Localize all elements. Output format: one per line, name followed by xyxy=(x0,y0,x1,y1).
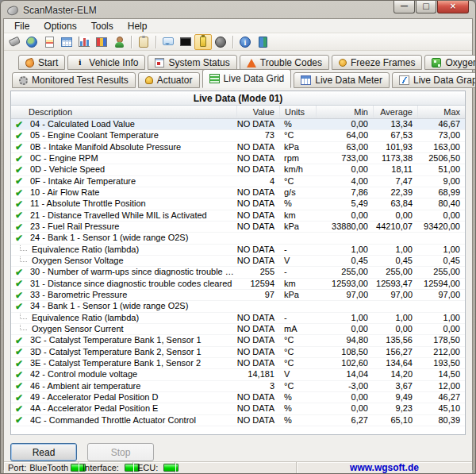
table-row[interactable]: Oxygen Sensor CurrentNO DATAmA0,000,000,… xyxy=(11,324,465,335)
close-button[interactable]: × xyxy=(437,1,469,13)
oxygen-sensors-icon xyxy=(432,58,441,67)
cell-desc: 10 - Air Flow Rate xyxy=(30,187,236,198)
cell-value: NO DATA xyxy=(236,222,279,232)
check-cell: ✔ xyxy=(11,392,30,403)
menu-file[interactable]: File xyxy=(7,19,36,33)
cell-max: 2506,50 xyxy=(417,153,465,164)
cell-min: 4,00 xyxy=(316,176,373,187)
cell-min: 97,00 xyxy=(316,290,373,300)
column-header-units[interactable]: Units xyxy=(279,106,316,118)
chart-window-button[interactable] xyxy=(93,34,110,50)
tab-trouble-codes[interactable]: Trouble Codes xyxy=(240,55,329,70)
toolbar-separator xyxy=(155,36,156,48)
check-icon: ✔ xyxy=(11,131,23,141)
live-data-meter-icon xyxy=(301,75,311,85)
toolbar: i xyxy=(4,33,472,51)
table-row[interactable]: ✔0D - Vehicle SpeedNO DATAkm/h0,0018,115… xyxy=(11,164,465,175)
table-row[interactable]: ✔0C - Engine RPMNO DATArpm733,001173,382… xyxy=(11,153,465,164)
maximize-button[interactable]: □ xyxy=(416,1,436,13)
table-row[interactable]: Equivalence Ratio (lambda)NO DATA-1,001,… xyxy=(11,245,465,256)
table-row[interactable]: ✔0B - Intake Manifold Absolute PressureN… xyxy=(11,142,465,153)
tab-actuator[interactable]: Actuator xyxy=(138,72,200,88)
clock-button[interactable] xyxy=(212,34,229,50)
bar-chart-button[interactable] xyxy=(75,34,93,50)
tab-vehicle-info[interactable]: iVehicle Info xyxy=(67,55,145,70)
column-header-average[interactable]: Average xyxy=(373,106,417,118)
button-row: Read Stop xyxy=(10,443,466,461)
table-row[interactable]: ✔49 - Accelerator Pedal Position DNO DAT… xyxy=(11,392,465,403)
column-header-description[interactable]: Description xyxy=(11,106,236,118)
table-row[interactable]: ✔4A - Accelerator Pedal Position ENO DAT… xyxy=(11,403,465,414)
column-header-max[interactable]: Max xyxy=(417,106,465,118)
menu-help[interactable]: Help xyxy=(121,19,155,33)
check-cell: ✔ xyxy=(11,164,30,175)
tab-live-data-grid[interactable]: Live Data Grid xyxy=(202,69,292,88)
obd-cable-button[interactable] xyxy=(6,34,23,50)
tab-freeze-frames[interactable]: Freeze Frames xyxy=(332,55,422,70)
cell-desc: Equivalence Ratio (lambda) xyxy=(30,245,236,255)
column-header-min[interactable]: Min xyxy=(316,106,373,118)
tab-monitored-test-results[interactable]: Monitored Test Results xyxy=(12,72,136,88)
table-row[interactable]: ✔34 - Bank 1 - Sensor 1 (wide range O2S) xyxy=(11,301,465,312)
tab-system-status[interactable]: System Status xyxy=(148,55,236,70)
cell-value: 14,181 xyxy=(236,369,279,380)
check-icon: ✔ xyxy=(11,268,23,277)
table-row[interactable]: ✔30 - Number of warm-ups since diagnosti… xyxy=(11,267,465,278)
user-button[interactable] xyxy=(110,34,128,50)
table-row[interactable]: ✔21 - Distance Travelled While MIL is Ac… xyxy=(11,210,465,222)
table-row[interactable]: ✔0F - Intake Air Temperature4°C4,007,479… xyxy=(11,176,465,187)
report-button[interactable] xyxy=(40,34,58,50)
cell-max: 14,50 xyxy=(417,369,465,380)
website-link[interactable]: www.wgsoft.de xyxy=(350,462,419,473)
table-row[interactable]: ✔3C - Catalyst Temperature Bank 1, Senso… xyxy=(11,335,465,346)
table-row[interactable]: ✔3D - Catalyst Temperature Bank 2, Senso… xyxy=(11,347,465,358)
table-row[interactable]: Oxygen Sensor VoltageNO DATAV0,450,450,4… xyxy=(11,256,465,267)
tab-live-data-graph[interactable]: Live Data Graph xyxy=(392,72,476,88)
cell-min: 108,50 xyxy=(316,347,373,357)
cell-units: kPa xyxy=(279,290,316,300)
comment-button[interactable] xyxy=(159,34,177,50)
table-row[interactable]: ✔4C - Commanded Throttle Actuator Contro… xyxy=(11,415,465,426)
menu-tools[interactable]: Tools xyxy=(84,19,121,33)
battery-button[interactable] xyxy=(194,34,212,50)
exit-icon xyxy=(259,37,267,48)
cell-max: 212,00 xyxy=(417,347,465,357)
check-icon: ✔ xyxy=(11,404,23,414)
menu-options[interactable]: Options xyxy=(36,19,83,33)
clipboard-button[interactable] xyxy=(135,34,152,50)
cell-desc: 0B - Intake Manifold Absolute Pressure xyxy=(30,142,236,152)
read-button[interactable]: Read xyxy=(10,443,77,461)
cell-avg: 135,56 xyxy=(373,335,417,345)
table-row[interactable]: ✔05 - Engine Coolant Temperature73°C64,0… xyxy=(11,130,465,141)
table-row[interactable]: ✔46 - Ambient air temperature3°C-3,003,6… xyxy=(11,381,465,392)
table-row[interactable]: ✔33 - Barometric Pressure97kPa97,0097,00… xyxy=(11,290,465,301)
tab-start[interactable]: Start xyxy=(18,55,65,70)
cell-units: °C xyxy=(279,335,316,345)
check-icon: ✔ xyxy=(11,347,23,356)
tab-oxygen-sensors[interactable]: Oxygen Sensors xyxy=(424,55,476,70)
tab-live-data-meter[interactable]: Live Data Meter xyxy=(294,72,390,88)
cell-units: °C xyxy=(279,176,316,187)
table-row[interactable]: ✔10 - Air Flow RateNO DATAg/s7,8622,3968… xyxy=(11,187,465,198)
check-icon: ✔ xyxy=(11,393,23,403)
exit-button[interactable] xyxy=(254,34,271,50)
table-row[interactable]: ✔23 - Fuel Rail PressureNO DATAkPa33880,… xyxy=(11,222,465,233)
table-row[interactable]: ✔11 - Absolute Throttle PositionNO DATA%… xyxy=(11,198,465,210)
table-row[interactable]: ✔24 - Bank 1 - Sensor 1 (wide range O2S) xyxy=(11,233,465,244)
table-row[interactable]: ✔42 - Control module voltage14,181V14,04… xyxy=(11,369,465,380)
table-row[interactable]: Equivalence Ratio (lambda)NO DATA-1,001,… xyxy=(11,313,465,324)
table-row[interactable]: ✔31 - Distance since diagnostic trouble … xyxy=(11,279,465,290)
table-button[interactable] xyxy=(58,34,75,50)
column-header-value[interactable]: Value xyxy=(236,106,279,118)
cell-max: 51,00 xyxy=(417,164,465,175)
info-button[interactable]: i xyxy=(236,34,254,50)
check-icon: ✔ xyxy=(11,176,23,186)
table-icon xyxy=(61,37,72,47)
cell-desc: 0D - Vehicle Speed xyxy=(30,164,236,175)
terminal-button[interactable] xyxy=(177,34,194,50)
cell-avg: 1173,38 xyxy=(373,153,417,164)
table-row[interactable]: ✔04 - Calculated Load ValueNO DATA%0,001… xyxy=(11,119,465,130)
globe-button[interactable] xyxy=(23,34,40,50)
minimize-button[interactable]: — xyxy=(393,1,415,13)
table-row[interactable]: ✔3E - Catalyst Temperature Bank 1, Senso… xyxy=(11,358,465,369)
